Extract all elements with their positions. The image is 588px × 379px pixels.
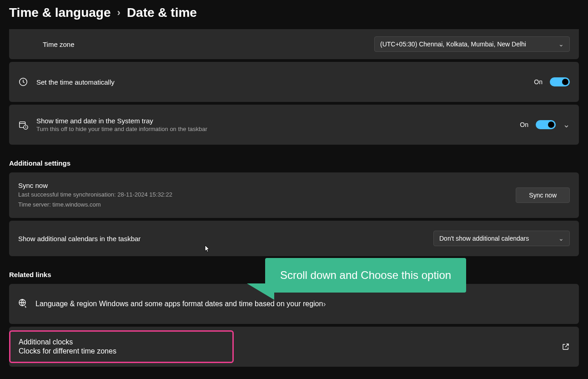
- additional-clocks-sub: Clocks for different time zones: [19, 347, 224, 355]
- chevron-right-icon: ›: [323, 299, 326, 309]
- calendars-value: Don't show additional calendars: [439, 235, 529, 242]
- auto-time-row: Set the time automatically On: [9, 62, 579, 102]
- systray-toggle[interactable]: [536, 120, 556, 129]
- timezone-label: Time zone: [43, 40, 374, 48]
- globe-language-icon: [18, 298, 29, 309]
- chevron-down-icon: ⌄: [558, 40, 564, 48]
- calendars-row: Show additional calendars in the taskbar…: [9, 221, 579, 256]
- sync-title: Sync now: [18, 182, 516, 189]
- language-region-sub: Windows and some apps format dates and t…: [99, 300, 323, 308]
- breadcrumb-parent[interactable]: Time & language: [9, 5, 111, 20]
- language-region-title: Language & region: [35, 300, 97, 308]
- chevron-right-icon: ›: [117, 7, 121, 19]
- sync-now-button[interactable]: Sync now: [516, 187, 570, 203]
- systray-row[interactable]: Show time and date in the System tray Tu…: [9, 105, 579, 145]
- timezone-select[interactable]: (UTC+05:30) Chennai, Kolkata, Mumbai, Ne…: [374, 36, 570, 52]
- calendar-clock-icon: [18, 120, 28, 130]
- chevron-down-icon: ⌄: [558, 235, 564, 242]
- auto-time-label: Set the time automatically: [36, 78, 534, 86]
- highlight-box: Additional clocks Clocks for different t…: [9, 330, 234, 363]
- timezone-value: (UTC+05:30) Chennai, Kolkata, Mumbai, Ne…: [380, 40, 526, 48]
- systray-state: On: [520, 121, 528, 128]
- chevron-down-icon[interactable]: ⌄: [563, 120, 570, 130]
- annotation-callout: Scroll down and Choose this option: [265, 258, 466, 293]
- auto-time-toggle[interactable]: [550, 77, 570, 86]
- clock-icon: [18, 77, 28, 87]
- auto-time-state: On: [534, 78, 543, 86]
- breadcrumb-current: Date & time: [127, 5, 197, 20]
- sync-last: Last successful time synchronisation: 28…: [18, 190, 516, 199]
- breadcrumb: Time & language › Date & time: [0, 0, 588, 29]
- systray-sub: Turn this off to hide your time and date…: [36, 126, 520, 132]
- sync-server: Time server: time.windows.com: [18, 200, 516, 209]
- timezone-row: Time zone (UTC+05:30) Chennai, Kolkata, …: [9, 29, 579, 59]
- additional-clocks-row[interactable]: Additional clocks Clocks for different t…: [9, 327, 579, 367]
- calendars-label: Show additional calendars in the taskbar: [18, 235, 433, 243]
- external-link-icon: [562, 343, 570, 351]
- sync-row: Sync now Last successful time synchronis…: [9, 172, 579, 218]
- systray-title: Show time and date in the System tray: [36, 117, 520, 125]
- section-additional-settings: Additional settings: [9, 159, 579, 167]
- additional-clocks-title: Additional clocks: [19, 338, 224, 346]
- mouse-cursor-icon: [205, 245, 210, 253]
- calendars-select[interactable]: Don't show additional calendars ⌄: [433, 231, 570, 246]
